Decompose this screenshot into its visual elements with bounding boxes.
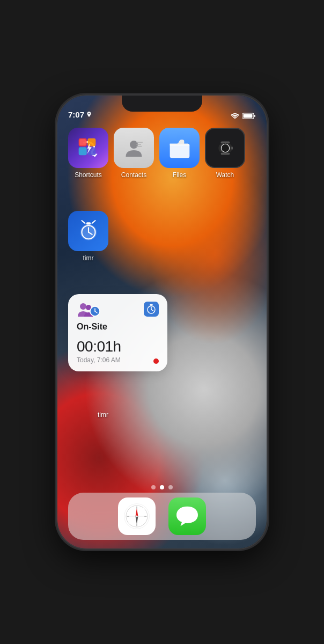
notch	[122, 96, 202, 112]
watch-app-icon	[214, 137, 237, 159]
app-watch[interactable]: Watch	[205, 128, 245, 179]
svg-rect-2	[254, 115, 255, 117]
widget-app-label: timr	[98, 411, 108, 419]
app-grid: Shortcuts Contacts	[68, 128, 245, 188]
messages-icon-bg	[168, 497, 206, 535]
files-app-icon	[166, 135, 193, 162]
widget-date: Today, 7:06 AM	[77, 356, 121, 364]
battery-icon	[242, 113, 256, 119]
svg-rect-24	[86, 222, 90, 224]
wifi-icon	[231, 113, 239, 119]
dock-messages[interactable]	[168, 497, 206, 535]
svg-rect-8	[78, 147, 86, 155]
app-row-2: timr	[68, 211, 108, 262]
dock	[68, 493, 256, 540]
svg-rect-19	[231, 147, 233, 150]
timr-icon-bg	[68, 211, 108, 251]
svg-rect-11	[136, 142, 143, 143]
shortcuts-label: Shortcuts	[75, 171, 102, 179]
shortcuts-icon-bg	[68, 128, 108, 168]
svg-rect-12	[136, 144, 141, 145]
widget-recording-dot	[153, 358, 159, 364]
messages-app-icon	[174, 503, 201, 530]
svg-rect-34	[150, 304, 153, 306]
timr-label: timr	[83, 254, 94, 262]
app-contacts[interactable]: Contacts	[114, 128, 154, 179]
time-display: 7:07	[68, 110, 84, 119]
files-icon-bg	[159, 128, 200, 168]
svg-rect-3	[244, 114, 253, 118]
widget-timr-logo	[144, 302, 159, 317]
dock-safari[interactable]	[118, 497, 156, 535]
page-dot-1	[151, 485, 156, 489]
safari-app-icon	[123, 503, 150, 530]
page-dots	[151, 485, 173, 489]
widget-bottom: 00:01h Today, 7:06 AM	[77, 338, 159, 364]
contacts-icon-bg	[114, 128, 154, 168]
page-dot-3	[168, 485, 173, 489]
timr-widget[interactable]: On-Site 00:01h Today, 7:06 AM	[68, 294, 167, 371]
widget-user-clock-icon	[77, 302, 100, 318]
widget-time: 00:01h	[77, 338, 121, 355]
screen: 7:07	[57, 96, 267, 548]
app-shortcuts[interactable]: Shortcuts	[68, 128, 108, 179]
timr-app-icon	[75, 218, 102, 245]
status-time: 7:07	[68, 110, 92, 119]
svg-point-17	[220, 143, 230, 152]
contacts-label: Contacts	[121, 171, 146, 179]
svg-rect-13	[136, 146, 142, 147]
app-files[interactable]: Files	[159, 128, 200, 179]
phone-frame: 7:07	[57, 96, 267, 548]
safari-icon-bg	[118, 497, 156, 535]
app-timr[interactable]: timr	[68, 211, 108, 262]
watch-label: Watch	[216, 171, 234, 179]
svg-point-0	[234, 118, 235, 119]
svg-rect-7	[87, 138, 95, 146]
widget-header	[77, 302, 159, 318]
widget-title: On-Site	[77, 322, 159, 332]
svg-point-25	[80, 303, 86, 310]
status-icons	[231, 113, 256, 119]
watch-icon-bg	[205, 128, 245, 168]
contacts-app-icon	[122, 136, 146, 160]
page-dot-2	[160, 485, 164, 489]
shortcuts-app-icon	[75, 135, 102, 162]
files-label: Files	[173, 171, 186, 179]
svg-rect-6	[79, 139, 86, 145]
location-icon	[86, 112, 92, 118]
widget-app-label-wrapper: timr	[98, 409, 108, 419]
